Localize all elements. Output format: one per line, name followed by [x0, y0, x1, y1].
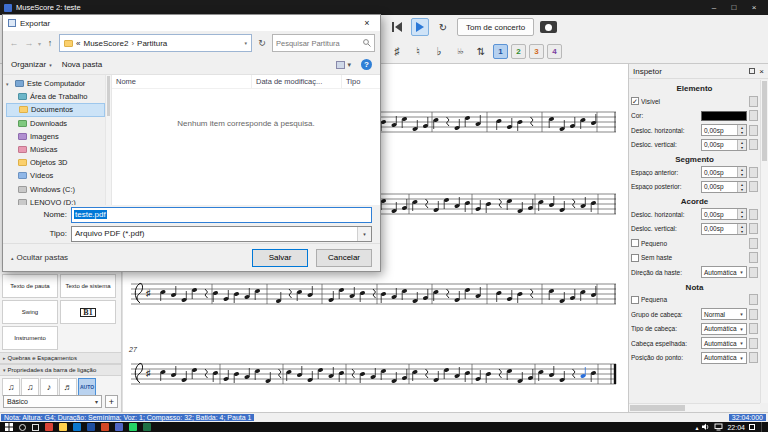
scrollbar-thumb[interactable] — [630, 405, 685, 411]
image-capture-button[interactable] — [539, 18, 558, 36]
spin-down-icon[interactable]: ▾ — [741, 145, 743, 150]
dropdown[interactable]: Automática▾ — [701, 352, 747, 364]
breadcrumb-musescore2[interactable]: MuseScore2 — [83, 39, 128, 48]
powerpoint-icon[interactable] — [101, 423, 109, 431]
up-button[interactable]: ↑ — [44, 38, 56, 48]
palette-item-staff-text[interactable]: Texto de pauta — [2, 274, 58, 298]
dropdown[interactable]: Automática▾ — [701, 323, 747, 335]
network-icon[interactable] — [714, 423, 723, 431]
palette-item-system-text[interactable]: Texto de sistema — [60, 274, 116, 298]
reset-button[interactable] — [749, 209, 758, 220]
sidebar-pictures[interactable]: Imagens — [6, 130, 105, 143]
sidebar-music[interactable]: Músicas — [6, 143, 105, 156]
breadcrumb-partitura[interactable]: Partitura — [137, 39, 167, 48]
flip-direction-button[interactable]: ⇅ — [472, 42, 490, 60]
dialog-close-button[interactable]: × — [354, 15, 380, 31]
reset-button[interactable] — [749, 338, 758, 349]
help-button[interactable]: ? — [361, 59, 372, 70]
checkbox[interactable] — [631, 296, 639, 304]
rewind-button[interactable] — [388, 18, 406, 36]
beam-32nd-icon[interactable]: ♬ — [59, 378, 77, 396]
minimize-button[interactable]: – — [704, 3, 724, 12]
search-box[interactable]: Pesquisar Partitura — [272, 34, 375, 52]
play-button[interactable] — [411, 18, 429, 36]
refresh-button[interactable]: ↻ — [255, 38, 269, 48]
reset-button[interactable] — [749, 181, 758, 192]
scrollbar-thumb[interactable] — [107, 76, 110, 116]
search-icon[interactable] — [19, 424, 26, 431]
view-options-button[interactable]: ▾ — [336, 61, 351, 69]
sidebar-this-pc[interactable]: ▾Este Computador — [6, 77, 105, 90]
task-view-icon[interactable] — [32, 424, 39, 431]
reset-button[interactable] — [749, 252, 758, 263]
close-button[interactable]: × — [744, 3, 764, 12]
show-desktop-button[interactable] — [761, 422, 763, 432]
recent-locations-icon[interactable]: ▾ — [38, 40, 41, 47]
column-name[interactable]: Nome — [112, 75, 252, 88]
dropdown[interactable]: Automática▾ — [701, 266, 747, 278]
whatsapp-icon[interactable] — [129, 423, 137, 431]
cancel-button[interactable]: Cancelar — [316, 249, 372, 267]
volume-icon[interactable] — [702, 423, 710, 431]
natural-button[interactable]: ♮ — [409, 42, 427, 61]
word-icon[interactable] — [87, 423, 95, 431]
sidebar-3d-objects[interactable]: Objetos 3D — [6, 156, 105, 169]
add-workspace-button[interactable]: + — [105, 395, 118, 408]
close-panel-icon[interactable]: × — [759, 67, 764, 76]
file-list[interactable]: Nome Data de modificaç... Tipo Nenhum it… — [111, 75, 380, 205]
spin-down-icon[interactable]: ▾ — [741, 229, 743, 234]
palette-item-swing[interactable]: Swing — [2, 300, 58, 324]
musescore-taskbar-icon[interactable] — [115, 423, 123, 431]
breadcrumb-dropdown-icon[interactable]: ▾ — [244, 40, 247, 46]
voice-1-button[interactable]: 1 — [493, 44, 508, 59]
reset-button[interactable] — [749, 167, 758, 178]
undock-icon[interactable] — [749, 68, 755, 74]
spinbox-arrows[interactable]: ▴▾ — [737, 182, 746, 192]
double-flat-button[interactable]: ♭♭ — [451, 42, 469, 61]
voice-3-button[interactable]: 3 — [529, 44, 544, 59]
filetype-dropdown[interactable]: Arquivo PDF (*.pdf) ▾ — [71, 226, 372, 242]
staff-system-4[interactable]: ♯ — [131, 356, 618, 390]
organize-button[interactable]: Organizar ▾ — [11, 60, 52, 69]
tray-expand-icon[interactable]: ▴ — [695, 424, 698, 431]
reset-button[interactable] — [749, 352, 758, 363]
forward-button[interactable]: → — [23, 38, 35, 48]
column-date-modified[interactable]: Data de modificaç... — [252, 75, 342, 88]
sidebar-downloads[interactable]: Downloads — [6, 117, 105, 130]
hide-folders-button[interactable]: ▴ Ocultar pastas — [11, 253, 68, 262]
spinbox[interactable]: 0,00sp▴▾ — [701, 208, 747, 220]
beam-start-icon[interactable]: ♫ — [2, 378, 20, 396]
spinbox[interactable]: 0,00sp▴▾ — [701, 181, 747, 193]
spinbox-arrows[interactable]: ▴▾ — [737, 125, 746, 135]
spinbox[interactable]: 0,00sp▴▾ — [701, 166, 747, 178]
excel-icon[interactable] — [143, 423, 151, 431]
back-button[interactable]: ← — [8, 38, 20, 48]
action-center-icon[interactable] — [749, 424, 755, 430]
breadcrumb-overflow[interactable]: « — [76, 39, 80, 48]
taskbar-clock[interactable]: 22:04 — [727, 424, 745, 431]
flat-button[interactable]: ♭ — [430, 42, 448, 61]
save-button[interactable]: Salvar — [252, 249, 308, 267]
reset-button[interactable] — [749, 267, 758, 278]
staff-system-3[interactable]: ♯ — [131, 276, 618, 310]
spinbox[interactable]: 0,00sp▴▾ — [701, 223, 747, 235]
reset-button[interactable] — [749, 96, 758, 107]
spinbox[interactable]: 0,00sp▴▾ — [701, 139, 747, 151]
palette-item-instrument[interactable]: Instrumento — [2, 326, 58, 350]
spin-down-icon[interactable]: ▾ — [741, 172, 743, 177]
dropdown[interactable]: Automática▾ — [701, 337, 747, 349]
sidebar-lenovo-d[interactable]: LENOVO (D:) — [6, 196, 105, 205]
dropdown[interactable]: Normal▾ — [701, 308, 747, 320]
spinbox-arrows[interactable]: ▴▾ — [737, 224, 746, 234]
beam-middle-icon[interactable]: ♫ — [21, 378, 39, 396]
concert-pitch-button[interactable]: Tom de concerto — [457, 18, 534, 36]
checkbox[interactable]: ✓ — [631, 97, 639, 105]
reset-button[interactable] — [749, 223, 758, 234]
color-swatch[interactable] — [701, 111, 747, 121]
spin-down-icon[interactable]: ▾ — [741, 130, 743, 135]
scrollbar-thumb[interactable] — [762, 81, 767, 161]
sidebar-videos[interactable]: Vídeos — [6, 169, 105, 182]
spin-down-icon[interactable]: ▾ — [741, 214, 743, 219]
sharp-button[interactable]: ♯ — [388, 42, 406, 61]
reset-button[interactable] — [749, 110, 758, 121]
